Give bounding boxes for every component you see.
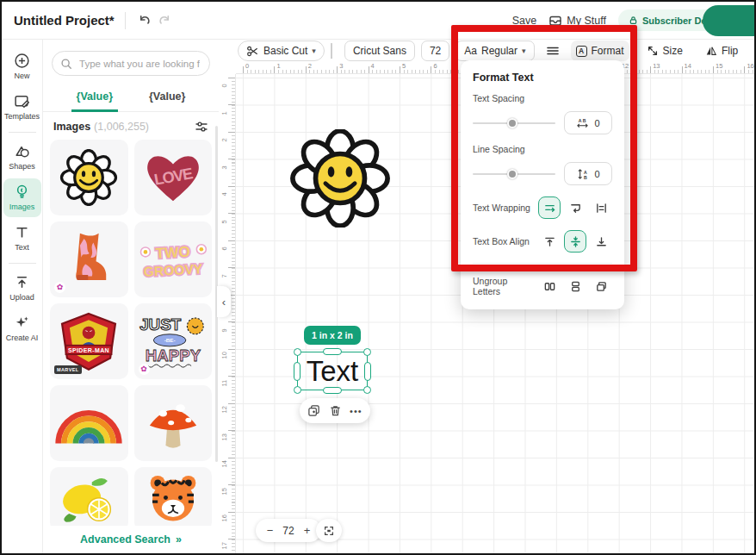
sidebar-item-shapes[interactable]: Shapes [3, 138, 41, 177]
svg-text:JUST: JUST [139, 315, 181, 334]
duplicate-button[interactable] [307, 404, 320, 417]
slider-thumb[interactable] [507, 118, 517, 128]
image-tile-lemon[interactable] [50, 467, 128, 531]
format-button[interactable]: A Format [571, 41, 629, 61]
filter-button[interactable] [195, 120, 208, 134]
ungroup-lines-button[interactable] [564, 275, 586, 297]
sparkles-icon [14, 315, 30, 331]
redo-button[interactable] [155, 11, 174, 30]
handle-corner-tl[interactable] [294, 348, 301, 356]
handle-edge-bottom[interactable] [323, 387, 342, 394]
just-be-happy-art: JUST -BE- HAPPY [136, 312, 210, 371]
canvas-text-element[interactable]: Text [307, 355, 359, 388]
image-tile-tiger[interactable] [134, 467, 213, 531]
text-spacing-value-box[interactable]: A B 0 [564, 111, 612, 134]
ungroup-all-button[interactable] [590, 275, 612, 297]
slider-thumb[interactable] [507, 169, 517, 179]
undo-button[interactable] [136, 11, 155, 30]
ruler-tick-label: 15 [220, 486, 228, 495]
text-selection-box[interactable]: Text [297, 352, 368, 390]
svg-text:GROOVY: GROOVY [143, 261, 203, 279]
align-bottom-button[interactable] [590, 230, 612, 253]
delete-button[interactable] [329, 404, 342, 417]
line-spacing-value-box[interactable]: AB 0 [564, 162, 612, 185]
tab-first[interactable]: {Value} [71, 87, 118, 112]
trash-icon [329, 404, 342, 417]
handle-edge-top[interactable] [323, 348, 342, 355]
zoom-fit-button[interactable] [316, 519, 342, 542]
popup-title: Format Text [473, 72, 612, 84]
ruler-tick-label: 13 [653, 62, 660, 70]
panel-collapse-handle[interactable]: ‹ [217, 286, 231, 317]
ruler-tick-label: 6 [220, 242, 228, 251]
mushroom-art [143, 395, 203, 452]
font-style-dropdown[interactable]: Aa Regular ▾ [455, 41, 534, 61]
image-tile-mushroom[interactable] [134, 385, 213, 461]
flip-label: Flip [722, 45, 738, 57]
image-tile-rainbow[interactable] [50, 385, 128, 461]
color-swatch[interactable] [331, 43, 332, 59]
ungroup-letters-button[interactable] [538, 275, 561, 297]
align-middle-icon [569, 235, 582, 248]
tab-second[interactable]: {Value} [144, 87, 190, 111]
save-button[interactable]: Save [512, 15, 537, 27]
align-middle-button[interactable] [564, 230, 586, 253]
divider [473, 263, 612, 264]
linetype-dropdown[interactable]: Basic Cut ▾ [238, 41, 325, 61]
boxed-a-icon: A [576, 46, 587, 57]
sidebar-item-text[interactable]: Text [3, 219, 41, 258]
handle-corner-tr[interactable] [363, 348, 371, 356]
sidebar-item-create-ai[interactable]: Create AI [3, 309, 41, 348]
wrap-fixed-button[interactable] [590, 196, 612, 219]
search-input[interactable] [77, 58, 201, 70]
size-button[interactable]: Size [641, 41, 688, 61]
advanced-search-link[interactable]: Advanced Search » [43, 526, 219, 553]
handle-edge-right[interactable] [364, 362, 371, 381]
wrap-return-button[interactable] [564, 196, 586, 219]
ruler-tick-label: 9 [220, 323, 228, 332]
alignment-button[interactable] [541, 41, 565, 61]
app-window: Untitled Project* Save My Stuff Subscrib… [0, 0, 756, 555]
sidebar-item-templates[interactable]: Templates [3, 88, 41, 127]
tiger-art [143, 472, 203, 526]
sidebar-item-label: Images [9, 203, 35, 211]
wrap-none-button[interactable] [538, 196, 561, 219]
justify-lines-icon [546, 44, 560, 58]
zoom-in-button[interactable]: + [304, 524, 311, 537]
divider [9, 263, 36, 264]
line-spacing-slider[interactable] [473, 173, 555, 175]
sidebar-item-new[interactable]: New [3, 47, 41, 86]
image-tile-two-groovy[interactable]: TWO GROOVY [134, 221, 213, 297]
align-top-button[interactable] [538, 230, 561, 253]
line-spacing-icon: AB [576, 168, 589, 180]
font-size-field[interactable]: 72 [421, 41, 449, 61]
love-heart-art: LOVE [141, 149, 205, 206]
image-tile-just-be-happy[interactable]: JUST -BE- HAPPY ✿ [134, 303, 213, 379]
handle-edge-left[interactable] [294, 362, 301, 381]
advanced-search-label: Advanced Search [80, 533, 170, 546]
handle-corner-br[interactable] [363, 386, 371, 394]
my-stuff-button[interactable]: My Stuff [548, 14, 606, 28]
handle-corner-bl[interactable] [294, 386, 301, 394]
sidebar-item-label: Shapes [9, 162, 35, 171]
image-results-grid: LOVE ✿ TWO GROOVY [43, 140, 219, 531]
image-tile-smiley-daisy[interactable] [50, 140, 128, 215]
text-spacing-slider[interactable] [473, 122, 555, 124]
image-tile-cowboy-boot[interactable]: ✿ [50, 221, 128, 297]
ruler-tick-label: 3 [220, 160, 228, 169]
font-dropdown[interactable]: Cricut Sans [344, 41, 415, 61]
image-tile-spider-man[interactable]: SPIDER-MAN MARVEL [50, 303, 128, 379]
search-box[interactable] [52, 51, 210, 76]
flip-button[interactable]: Flip [700, 41, 743, 61]
sidebar-item-label: Text [15, 243, 29, 252]
make-it-button[interactable] [703, 5, 756, 36]
smiley-daisy-art [56, 149, 121, 206]
image-tile-love-heart[interactable]: LOVE [134, 140, 213, 215]
sidebar-item-upload[interactable]: Upload [3, 269, 41, 308]
more-options-button[interactable]: ••• [350, 406, 363, 416]
sidebar-item-images[interactable]: Images [3, 178, 41, 217]
canvas-smiley-daisy[interactable] [282, 129, 399, 228]
divider [9, 132, 36, 133]
zoom-out-button[interactable]: − [267, 524, 274, 537]
chevron-down-icon: ▾ [522, 47, 526, 55]
